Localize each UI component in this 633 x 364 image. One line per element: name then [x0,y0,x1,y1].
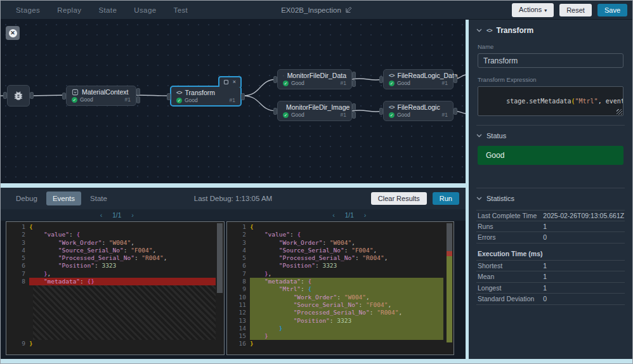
directory-icon [72,89,79,96]
menu-item-stages[interactable]: Stages [16,6,40,14]
output-port[interactable] [352,103,356,110]
node-title: MonitorFileDir_Data [278,70,351,79]
reset-button[interactable]: Reset [559,4,592,16]
stat-row: Runs1 [476,221,625,233]
delete-node-icon[interactable]: × [233,79,236,85]
name-input[interactable] [478,53,623,68]
edit-title-icon[interactable] [345,6,352,13]
execution-time-table: Shortest1Mean1Longest1Standard Deviation… [476,261,625,305]
inspector-title: Transform [497,26,534,35]
node-name: MaterialContext [82,88,129,96]
scrollbar[interactable] [217,223,223,353]
node-FileReadLogic_Data[interactable]: <>FileReadLogic_Data✓Good#1 [383,69,454,89]
status-section-header: Status [476,132,625,140]
tab-events[interactable]: Events [46,192,81,205]
topbar-menu: StagesReplayStateUsageTest [6,6,188,14]
menu-item-state[interactable]: State [98,6,117,14]
collapse-statistics-icon[interactable] [476,197,482,200]
canvas-close-button[interactable]: ✕ [6,26,20,40]
output-port[interactable] [454,76,457,83]
output-port[interactable] [241,93,245,100]
output-port[interactable] [454,108,457,115]
code-line: 2 "value": { [227,231,454,238]
scrollbar[interactable] [447,223,452,353]
diff-editor-before[interactable]: 1{2 "value": {3 "Work_Order": "W004",4 "… [6,221,225,355]
divider [476,125,625,126]
collapse-transform-icon[interactable] [476,29,482,32]
code-line: 3 "Work_Order": "W004", [6,239,224,247]
output-port[interactable] [136,88,140,95]
clear-results-button[interactable]: Clear Results [371,192,427,205]
node-FileReadLogic[interactable]: <>FileReadLogic✓Good#1 [383,101,454,121]
node-status: ✓Good#1 [278,111,351,120]
stat-label: Runs [476,223,543,230]
flow-canvas[interactable]: ✕ MaterialContext✓Good#1<>Transform✓Good… [1,20,466,183]
check-icon: ✓ [283,112,289,118]
output-port[interactable] [30,92,34,99]
last-debug-label: Last Debug: 1:13:05 AM [194,195,272,202]
actions-button[interactable]: Actions▾ [512,3,554,17]
resize-handle[interactable] [617,109,622,115]
node-run-count: #1 [341,80,346,86]
code-icon: <> [389,104,395,110]
input-port[interactable] [62,93,66,100]
code-line: 14 } [227,325,454,332]
menu-item-usage[interactable]: Usage [134,6,156,14]
code-line: 4 "Source_Serial_No": "F004", [6,247,224,254]
prev-page-icon[interactable]: ‹ [332,211,335,219]
save-button[interactable]: Save [597,4,627,16]
node-actions-tab: × [218,76,242,87]
output-port[interactable] [352,80,356,87]
code-line: 1{ [227,223,454,231]
node-run-count: #1 [341,112,346,118]
code-icon: <> [176,89,182,96]
code-line: 16} [227,340,454,348]
stat-row: Standard Deviation0 [476,294,625,305]
output-port[interactable] [352,112,356,119]
tab-state[interactable]: State [84,192,114,205]
diff-area: 1{2 "value": {3 "Work_Order": "W004",4 "… [1,221,466,359]
node-MonitorFileDir_Data[interactable]: MonitorFileDir_Data✓Good#1 [277,69,352,89]
stat-label: Mean [476,273,543,280]
node-status-text: Good [397,80,410,86]
next-page-icon[interactable]: › [364,211,367,219]
expression-label: Transform Expression [478,76,623,83]
node-MaterialContext[interactable]: MaterialContext✓Good#1 [66,86,136,106]
divider [476,188,625,188]
pagination-right: ‹ 1/1 › [233,209,466,221]
check-icon: ✓ [72,97,77,103]
input-port[interactable] [3,92,7,99]
node-status-text: Good [185,97,198,103]
node-device[interactable] [7,85,30,107]
input-port[interactable] [379,76,383,83]
code-line: 9} [6,340,224,348]
prev-page-icon[interactable]: ‹ [100,211,103,219]
node-status: ✓Good#1 [278,79,351,88]
page-indicator: 1/1 [345,212,354,219]
diff-editor-after[interactable]: 1{2 "value": {3 "Work_Order": "W004",4 "… [226,221,454,355]
menu-item-replay[interactable]: Replay [57,6,81,14]
menu-item-test[interactable]: Test [174,6,188,14]
node-status: ✓Good#1 [384,79,453,88]
node-name: FileReadLogic_Data [398,72,458,79]
stat-value: 2025-02-26T09:13:05.661Z [543,212,624,219]
input-port[interactable] [273,108,277,115]
check-icon: ✓ [389,112,395,118]
output-port[interactable] [352,72,356,79]
stat-value: 0 [543,295,547,302]
duplicate-node-icon[interactable] [224,80,228,84]
input-port[interactable] [167,93,171,100]
run-button[interactable]: Run [433,192,459,205]
expression-editor[interactable]: stage.setMetadata("Mtrl", event.value); [478,86,623,116]
stat-row: Last Complete Time2025-02-26T09:13:05.66… [476,210,625,221]
node-MonitorFileDir_Image[interactable]: MonitorFileDir_Image✓Good#1 [277,101,352,121]
node-Transform[interactable]: <>Transform✓Good#1× [170,86,242,107]
next-page-icon[interactable]: › [131,211,134,219]
tab-debug[interactable]: Debug [10,192,44,205]
output-port[interactable] [136,96,140,103]
input-port[interactable] [273,76,277,83]
statistics-table: Last Complete Time2025-02-26T09:13:05.66… [476,210,625,244]
stat-label: Standard Deviation [476,295,543,302]
collapse-status-icon[interactable] [476,134,482,138]
input-port[interactable] [379,108,383,115]
